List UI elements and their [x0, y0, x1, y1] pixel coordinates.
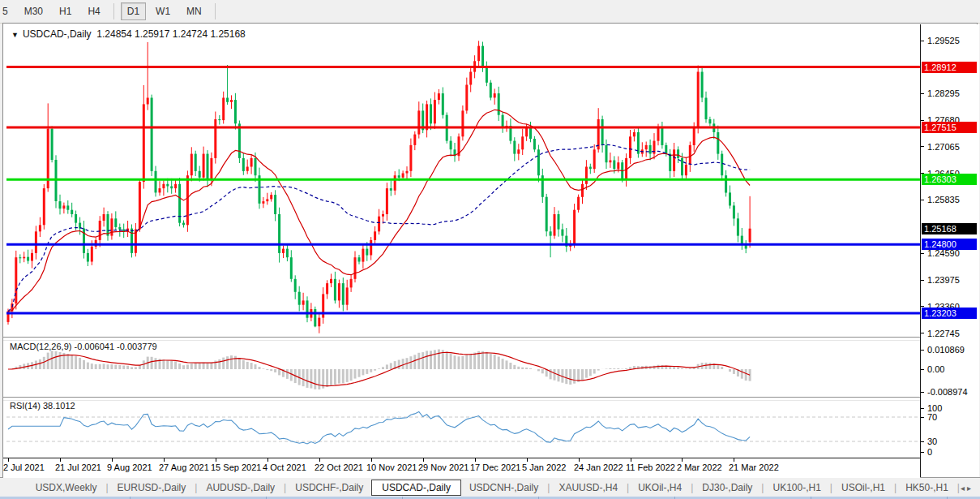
- price-tick-label: 1.28295: [927, 88, 960, 98]
- date-tick: [631, 458, 631, 462]
- tabs-scroll-left-icon[interactable]: ◂: [961, 484, 967, 493]
- level-price-badge: 1.24800: [922, 239, 977, 250]
- timeframe-button-m30[interactable]: M30: [18, 2, 49, 20]
- date-tick: [216, 458, 216, 462]
- price-tick: [921, 200, 924, 200]
- date-tick: [267, 458, 268, 462]
- macd-rsi-splitter[interactable]: [3, 397, 977, 401]
- date-tick: [734, 458, 734, 462]
- rsi-label: RSI(14) 38.1012: [10, 401, 75, 411]
- macd-tick: [921, 369, 924, 370]
- timeframe-button-mn[interactable]: MN: [180, 2, 208, 20]
- date-label: 21 Jul 2021: [55, 462, 101, 472]
- rsi-tick-label: 70: [927, 412, 937, 422]
- price-tick-label: 1.22745: [927, 329, 960, 338]
- date-label: 11 Feb 2022: [626, 462, 675, 472]
- macd-tick: [921, 392, 924, 393]
- chart-tab-uk100-h1[interactable]: UK100-,H1: [764, 480, 828, 495]
- date-tick: [112, 458, 113, 462]
- macd-histogram: [8, 350, 750, 390]
- chart-tab-dj30-daily[interactable]: DJ30-,Daily: [694, 480, 760, 495]
- date-tick: [423, 458, 424, 462]
- timeframe-button-h1[interactable]: H1: [53, 2, 78, 20]
- chart-tab-usdcad-daily[interactable]: USDCAD-,Daily: [371, 480, 461, 496]
- price-tick-label: 1.23975: [927, 275, 960, 285]
- date-label: 17 Dec 2021: [470, 462, 520, 472]
- price-tick: [921, 306, 924, 307]
- date-tick: [527, 458, 528, 462]
- price-tick-label: 1.25835: [927, 195, 960, 204]
- macd-tick-label: 0.00: [927, 364, 944, 374]
- price-tick: [921, 41, 924, 41]
- chart-tab-audusd-daily[interactable]: AUDUSD-,Daily: [198, 480, 283, 495]
- current-price-badge: 1.25168: [922, 223, 977, 234]
- date-tick: [682, 458, 683, 462]
- rsi-tick-label: 30: [927, 437, 937, 446]
- macd-tick: [921, 350, 924, 351]
- rsi-tick: [921, 452, 924, 453]
- symbol-dropdown-icon[interactable]: ▼: [11, 31, 19, 39]
- timeframe-button-h4[interactable]: H4: [81, 2, 106, 20]
- chart-tab-usdchf-daily[interactable]: USDCHF-,Daily: [287, 480, 371, 495]
- date-label: 5 Jan 2022: [522, 462, 566, 472]
- chart-ohlc-values: 1.24854 1.25917 1.24724 1.25168: [96, 28, 246, 40]
- chart-tab-usoil-h1[interactable]: USOil-,H1: [833, 480, 893, 495]
- chart-tab-bar: USDX,Weekly|EURUSD-,Daily|AUDUSD-,Daily|…: [0, 477, 980, 497]
- date-label: 10 Nov 2021: [366, 462, 417, 472]
- candles: [7, 41, 751, 333]
- date-label: 27 Aug 2021: [159, 462, 209, 472]
- date-tick: [164, 458, 165, 462]
- macd-tick-label: 0.010869: [927, 345, 965, 355]
- chart-symbol-label: USDCAD-,Daily: [23, 28, 92, 40]
- date-label: 2 Jul 2021: [3, 462, 45, 472]
- date-tick: [8, 458, 9, 462]
- rsi-tick: [921, 408, 924, 409]
- rsi-tick: [921, 417, 924, 418]
- chart-tab-xauusd-h4[interactable]: XAUUSD-,H4: [550, 480, 626, 495]
- chart-tab-hk50-h1[interactable]: HK50-,H1: [897, 480, 956, 495]
- date-axis: 2 Jul 2021 21 Jul 2021 9 Aug 2021 27 Aug…: [3, 458, 920, 478]
- timeframe-button-w1[interactable]: W1: [149, 2, 177, 20]
- price-tick: [921, 333, 924, 333]
- price-tick-label: 1.29525: [927, 36, 960, 45]
- date-tick: [319, 458, 320, 462]
- date-tick: [475, 458, 476, 462]
- price-tick: [921, 93, 924, 94]
- chart-tab-eurusd-daily[interactable]: EURUSD-,Daily: [109, 480, 195, 495]
- date-tick: [579, 458, 580, 462]
- date-label: 21 Mar 2022: [729, 462, 779, 472]
- chart-title: ▼USDCAD-,Daily 1.24854 1.25917 1.24724 1…: [11, 28, 246, 40]
- toolbar-separator: [113, 3, 114, 19]
- level-price-badge: 1.26303: [922, 174, 977, 185]
- tabs-scroll-right-icon[interactable]: ▸: [967, 484, 974, 493]
- chart-tab-usdcnh-daily[interactable]: USDCNH-,Daily: [461, 480, 546, 495]
- date-tick: [371, 458, 372, 462]
- level-price-badge: 1.23203: [922, 308, 977, 319]
- price-axis: 1.29525 1.28295 1.27680 1.27065 1.26450 …: [920, 24, 979, 477]
- rsi-canvas[interactable]: [6, 399, 920, 458]
- main-macd-splitter[interactable]: [3, 337, 977, 341]
- chart-tab-usdx-weekly[interactable]: USDX,Weekly: [28, 480, 105, 495]
- macd-label: MACD(12,26,9) -0.006041 -0.003779: [10, 342, 157, 351]
- date-label: 15 Sep 2021: [211, 462, 261, 472]
- timeframe-button-d1[interactable]: D1: [121, 2, 146, 20]
- timeframe-toolbar: 5M30H1H4D1W1MN: [0, 0, 980, 24]
- price-tick: [921, 253, 924, 254]
- date-label: 29 Nov 2021: [418, 462, 469, 472]
- timeframe-button-5[interactable]: 5: [0, 2, 15, 20]
- price-tick-label: 1.27065: [927, 142, 960, 152]
- level-price-badge: 1.28912: [922, 62, 977, 73]
- date-label: 22 Oct 2021: [315, 462, 363, 472]
- price-tick: [921, 120, 924, 121]
- rsi-tick: [921, 441, 924, 442]
- date-label: 24 Jan 2022: [574, 462, 623, 472]
- toolbar-separator: [215, 3, 216, 19]
- date-tick: [60, 458, 61, 462]
- price-tick: [921, 146, 924, 147]
- level-price-badge: 1.27515: [922, 122, 977, 133]
- rsi-line: [8, 412, 750, 444]
- macd-tick-label: -0.008974: [927, 387, 968, 397]
- price-chart-canvas[interactable]: [6, 24, 920, 337]
- chart-tab-ukoil-h4[interactable]: UKOil-,H4: [630, 480, 690, 495]
- date-label: 4 Oct 2021: [263, 462, 306, 472]
